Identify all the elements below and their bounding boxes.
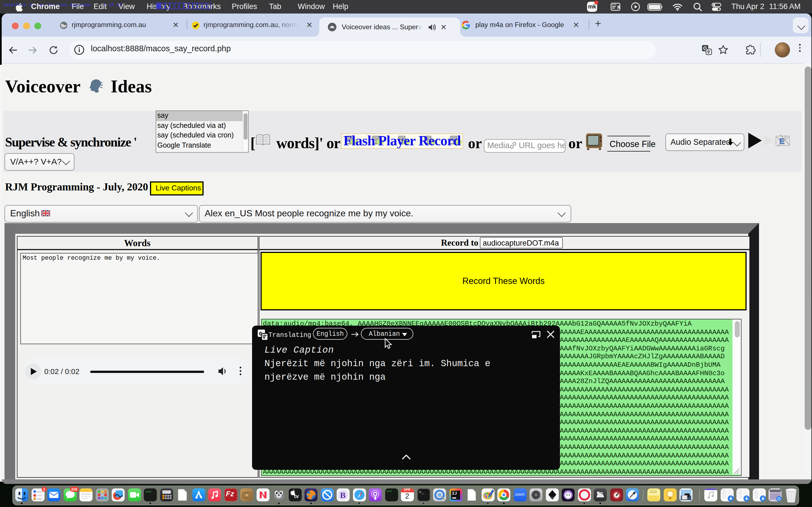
svg-text:tv: tv bbox=[294, 493, 299, 499]
svg-text:⌘: ⌘ bbox=[617, 5, 620, 10]
svg-text:B: B bbox=[340, 490, 346, 500]
